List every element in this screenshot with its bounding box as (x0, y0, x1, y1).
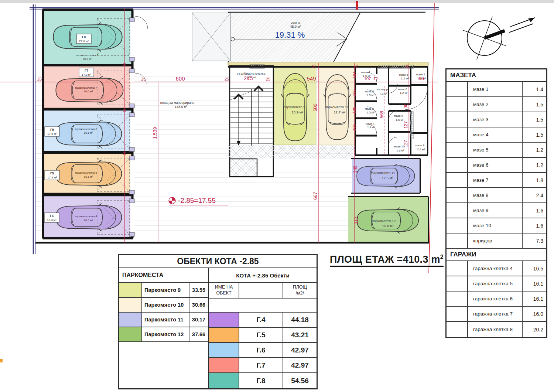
name-col-header: ИМЕ НАОБЕКТ (209, 283, 239, 298)
area-col-header: ПЛОЩ/м2/ (283, 283, 317, 298)
row-label: мазе 10 (468, 218, 522, 233)
compass-icon (455, 9, 535, 68)
row-label: гаражна клетка 7 (468, 307, 522, 321)
svg-text:1.4 м²: 1.4 м² (367, 126, 375, 129)
row-label: мазе 7 (468, 173, 522, 187)
svg-text:мазе 3: мазе 3 (365, 90, 374, 93)
svg-text:2.4 м²: 2.4 м² (417, 148, 425, 151)
row-value: 16.5 (522, 261, 546, 276)
row-value: 37.66 (189, 327, 208, 341)
row-label: мазе 6 (468, 158, 522, 172)
svg-text:16.5 м²: 16.5 м² (84, 219, 93, 222)
spot11-area: 12.5 м² (382, 176, 393, 180)
table-row: мазе 41.5 (447, 127, 546, 143)
svg-text:коридор: коридор (377, 88, 388, 91)
color-swatch (209, 328, 239, 342)
svg-text:гаражна клетка 7: гаражна клетка 7 (75, 86, 97, 89)
svg-text:17.5 м²: 17.5 м² (47, 132, 57, 136)
svg-text:16.1 м²: 16.1 м² (84, 131, 93, 134)
row-label: гаражна клетка 8 (468, 322, 522, 337)
empty-col-header (239, 283, 283, 298)
row-value: 1.4 (522, 82, 546, 96)
row-label: мазе 5 (468, 143, 522, 157)
spot12-area: 15.8 м² (382, 224, 394, 228)
spot9-area: 13.9 м² (292, 110, 303, 114)
svg-text:мазе 9: мазе 9 (394, 114, 403, 117)
basements-garages-table: МАЗЕТА мазе 11.4 мазе 21.5 мазе 31.5 маз… (445, 68, 547, 338)
mazeta-title: МАЗЕТА (447, 69, 546, 82)
svg-text:12: 12 (373, 76, 378, 81)
svg-text:106: 106 (352, 124, 356, 131)
objects-header: КОТА +-2.85 Обекти (209, 268, 317, 283)
table-row: гаражна клетка 716.0 (447, 307, 546, 322)
row-label: Паркомясто 12 (142, 327, 189, 341)
row-label: Г.5 (239, 328, 283, 342)
svg-text:Г8: Г8 (82, 35, 86, 39)
parking-section: ПАРКОМЕСТА Паркомясто 933.55 Паркомясто … (119, 268, 209, 388)
svg-text:Г7: Г7 (85, 69, 88, 72)
table-row: мазе 31.5 (447, 112, 546, 127)
table-row: гаражна клетка 616.1 (447, 292, 546, 307)
svg-text:107: 107 (364, 76, 371, 81)
svg-text:245: 245 (243, 75, 253, 81)
svg-text:500: 500 (312, 103, 318, 112)
svg-text:22.6 м²: 22.6 м² (79, 40, 89, 43)
row-label: мазе 4 (468, 127, 522, 142)
svg-text:1.5 м²: 1.5 м² (366, 93, 375, 97)
ramp-slope-label: 19.31 % (275, 30, 305, 40)
row-value: 1.2 (522, 158, 546, 172)
color-swatch (119, 298, 142, 312)
svg-text:мазе 6: мазе 6 (398, 88, 407, 91)
row-value: 30.17 (189, 313, 208, 327)
blank-row (209, 299, 317, 313)
stairwell: стълбищна клетка 12.4 м² (230, 65, 273, 177)
row-value: 7.3 (522, 234, 546, 248)
svg-text:127: 127 (403, 121, 408, 129)
row-value: 1.2 (522, 143, 546, 157)
svg-text:1.2 м²: 1.2 м² (401, 77, 409, 80)
table-row: гаражна клетка 516.1 (447, 276, 546, 292)
table-row: мазе 61.2 (447, 158, 546, 173)
svg-text:1.5 м²: 1.5 м² (366, 111, 375, 114)
table-row: мазе 51.2 (447, 143, 546, 158)
row-label: Паркомясто 10 (142, 298, 189, 312)
row-label: мазе 1 (468, 82, 522, 96)
row-value: 1.5 (522, 127, 546, 142)
row-label: мазе 9 (468, 203, 522, 218)
table-row: мазе 21.5 (447, 97, 546, 112)
color-swatch (209, 358, 239, 372)
row-label: Г.6 (239, 343, 283, 357)
hatched-strip (228, 145, 356, 158)
svg-text:25: 25 (37, 77, 42, 81)
row-value: 33.55 (189, 283, 208, 297)
spot9-label: паркомясто 9 (283, 105, 305, 109)
floor-plan-sheet: рампа 45,0 м² 19.31 % (0, 0, 554, 392)
svg-text:мазе 4: мазе 4 (361, 71, 370, 74)
svg-text:1.2 м²: 1.2 м² (400, 91, 408, 95)
svg-text:127: 127 (403, 140, 408, 147)
svg-text:Г4: Г4 (50, 214, 54, 218)
table-row: Г.642.97 (209, 343, 317, 358)
spot10-area: 12.7 м² (334, 110, 345, 114)
spot12-label: паркомясто 12 (372, 219, 396, 223)
empty-area (119, 342, 208, 388)
row-value: 42.97 (283, 343, 317, 357)
svg-text:гаражна клетка 8: гаражна клетка 8 (76, 54, 98, 57)
table-row: Г.444.18 (209, 313, 317, 328)
svg-text:600: 600 (175, 75, 185, 82)
svg-text:25: 25 (123, 109, 126, 112)
row-label: гаражна клетка 6 (468, 292, 522, 306)
row-label: мазе 8 (468, 188, 522, 202)
row-label: мазе 2 (468, 97, 522, 112)
svg-text:25: 25 (141, 77, 146, 81)
objects-table-title: ОБЕКТИ КОТА -2.85 (119, 255, 317, 268)
table-row: гаражна клетка 820.2 (447, 322, 546, 337)
color-swatch (119, 313, 142, 327)
svg-text:106: 106 (352, 89, 356, 96)
row-value: 2.4 (522, 188, 546, 202)
svg-text:96: 96 (419, 76, 424, 81)
spot10-label: паркомясто 10 (325, 105, 349, 109)
parking-header: ПАРКОМЕСТА (119, 268, 208, 283)
svg-text:90: 90 (403, 103, 408, 109)
row-value: 16.1 (522, 292, 546, 306)
